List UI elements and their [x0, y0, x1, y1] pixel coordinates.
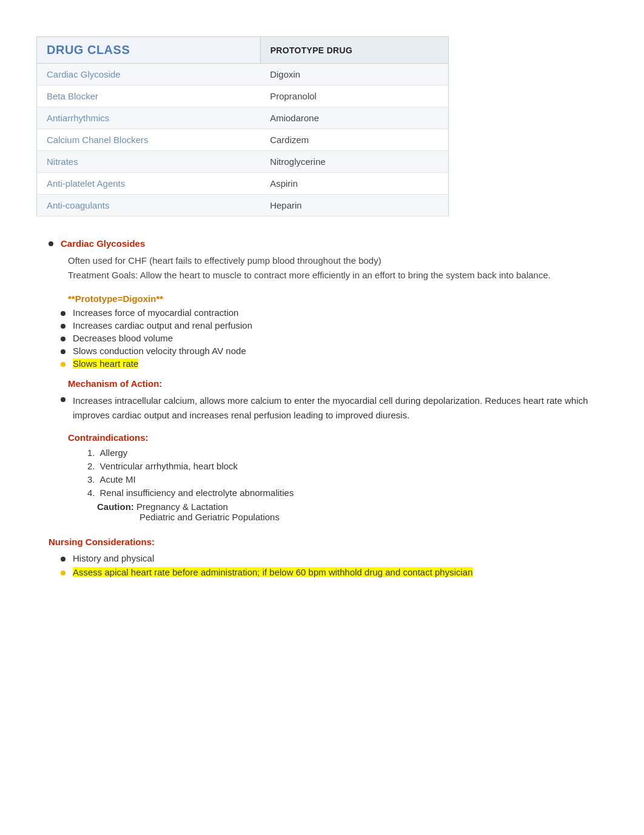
effect-dot-3 [61, 349, 65, 354]
effect-text-4: Slows heart rate [73, 358, 138, 369]
moa-heading: Mechanism of Action: [68, 378, 608, 389]
caution-block: Caution: Pregnancy & Lactation Pediatric… [97, 501, 608, 522]
effects-list: Increases force of myocardial contractio… [61, 307, 608, 369]
nursing-item-1: Assess apical heart rate before administ… [61, 567, 608, 577]
contra-item-0: Allergy [87, 448, 608, 458]
nursing-text-0: History and physical [73, 553, 154, 563]
cardiac-glycosides-heading: Cardiac Glycosides [61, 238, 145, 249]
cardiac-intro-line2: Treatment Goals: Allow the heart to musc… [68, 268, 608, 283]
nursing-text-1: Assess apical heart rate before administ… [73, 567, 473, 577]
nursing-considerations-section: Nursing Considerations: History and phys… [36, 537, 608, 577]
effect-item-0: Increases force of myocardial contractio… [61, 307, 608, 318]
effect-text-3: Slows conduction velocity through AV nod… [73, 346, 246, 356]
effect-dot-4 [61, 362, 65, 367]
prototype-cell-4: Nitroglycerine [260, 151, 448, 173]
moa-dot [61, 397, 65, 402]
drug-class-cell-1: Beta Blocker [37, 86, 261, 107]
prototype-cell-2: Amiodarone [260, 107, 448, 129]
contraindications-list: AllergyVentricular arrhythmia, heart blo… [87, 448, 608, 498]
drug-class-cell-0: Cardiac Glycoside [37, 64, 261, 86]
caution-item-2: Pediatric and Geriatric Populations [139, 512, 280, 522]
prototype-cell-6: Heparin [260, 195, 448, 216]
caution-item-1: Pregnancy & Lactation [136, 501, 228, 512]
prototype-cell-0: Digoxin [260, 64, 448, 86]
col-drug-class-header: DRUG CLASS [37, 37, 261, 64]
nursing-list: History and physicalAssess apical heart … [61, 553, 608, 577]
nursing-heading: Nursing Considerations: [49, 537, 608, 547]
contra-item-2: Acute MI [87, 474, 608, 485]
effect-text-0: Increases force of myocardial contractio… [73, 307, 238, 318]
effect-item-1: Increases cardiac output and renal perfu… [61, 320, 608, 330]
prototype-cell-1: Propranolol [260, 86, 448, 107]
drug-class-cell-5: Anti-platelet Agents [37, 173, 261, 195]
drug-class-cell-4: Nitrates [37, 151, 261, 173]
prototype-cell-5: Aspirin [260, 173, 448, 195]
effect-dot-2 [61, 337, 65, 341]
cardiac-intro-line1: Often used for CHF (heart fails to effec… [68, 253, 608, 268]
bullet-dot-cardiac [49, 241, 53, 246]
moa-bullet: Increases intracellular calcium, allows … [61, 394, 608, 423]
prototype-cell-3: Cardizem [260, 129, 448, 151]
effect-text-1: Increases cardiac output and renal perfu… [73, 320, 252, 330]
nursing-dot-1 [61, 571, 65, 575]
contra-item-3: Renal insufficiency and electrolyte abno… [87, 488, 608, 498]
caution-label: Caution: [97, 501, 134, 512]
moa-body: Increases intracellular calcium, allows … [73, 394, 608, 423]
drug-class-cell-2: Antiarrhythmics [37, 107, 261, 129]
effect-dot-1 [61, 324, 65, 329]
prototype-label: **Prototype=Digoxin** [68, 293, 608, 304]
cardiac-glycosides-section: Cardiac Glycosides Often used for CHF (h… [36, 238, 608, 522]
drug-class-cell-6: Anti-coagulants [37, 195, 261, 216]
cardiac-intro: Often used for CHF (heart fails to effec… [68, 253, 608, 283]
effect-text-2: Decreases blood volume [73, 333, 173, 343]
nursing-item-0: History and physical [61, 553, 608, 563]
cardiac-glycosides-heading-row: Cardiac Glycosides [49, 238, 608, 249]
effect-item-3: Slows conduction velocity through AV nod… [61, 346, 608, 356]
nursing-dot-0 [61, 557, 65, 562]
moa-text: Increases intracellular calcium, allows … [61, 394, 608, 423]
drug-class-table: DRUG CLASS PROTOTYPE DRUG Cardiac Glycos… [36, 36, 449, 216]
contra-item-1: Ventricular arrhythmia, heart block [87, 461, 608, 471]
effect-dot-0 [61, 311, 65, 316]
effect-item-2: Decreases blood volume [61, 333, 608, 343]
contra-heading: Contraindications: [68, 432, 608, 443]
effect-item-4: Slows heart rate [61, 358, 608, 369]
col-prototype-drug-header: PROTOTYPE DRUG [260, 37, 448, 64]
drug-class-cell-3: Calcium Chanel Blockers [37, 129, 261, 151]
